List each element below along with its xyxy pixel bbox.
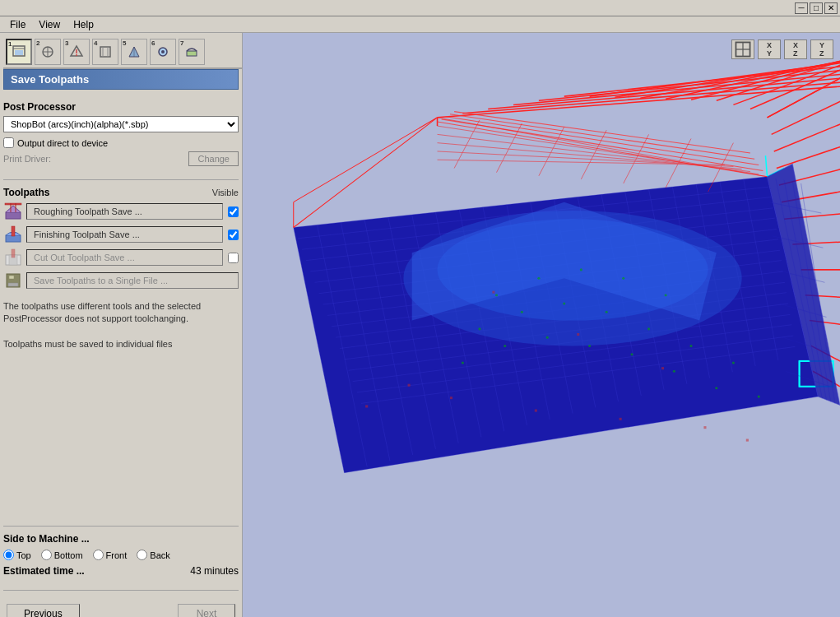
toolpath-row-roughing: Roughing Toolpath Save ... (3, 202, 239, 221)
radio-back-label: Back (150, 550, 169, 560)
toolpaths-label: Toolpaths (3, 187, 49, 198)
roughing-toolpath-button[interactable]: Roughing Toolpath Save ... (26, 203, 223, 220)
svg-rect-24 (9, 276, 14, 279)
divider-2 (3, 526, 239, 527)
left-panel: 1 2 3 4 5 (0, 33, 243, 617)
radio-top-label: Top (16, 550, 31, 560)
estimated-label: Estimated time ... (3, 565, 85, 577)
print-driver-row: Print Driver: Change (3, 151, 239, 166)
main-layout: 1 2 3 4 5 (0, 33, 840, 617)
svg-point-120 (563, 302, 565, 304)
cutout-toolpath-button[interactable]: Cut Out Toolpath Save ... (26, 249, 223, 266)
previous-button[interactable]: Previous (7, 604, 80, 617)
estimated-value: 43 minutes (190, 565, 239, 577)
radio-top[interactable]: Top (3, 550, 31, 560)
toolbar-tab-3[interactable]: 3 (63, 39, 90, 65)
side-to-machine-label: Side to Machine ... (3, 533, 239, 545)
menu-file[interactable]: File (3, 17, 32, 32)
output-direct-checkbox[interactable] (3, 137, 14, 148)
menu-help[interactable]: Help (67, 17, 100, 32)
close-button[interactable]: ✕ (824, 2, 838, 14)
svg-point-126 (504, 345, 506, 347)
svg-point-131 (715, 387, 717, 389)
divider-3 (3, 590, 239, 591)
svg-point-115 (580, 268, 582, 271)
view-btn-yz[interactable]: YZ (810, 39, 833, 59)
radio-front-label: Front (106, 550, 128, 560)
svg-point-125 (462, 361, 464, 364)
roughing-icon (3, 202, 23, 221)
panel-title: Save Toolpaths (3, 69, 239, 90)
svg-rect-139 (408, 384, 411, 387)
svg-point-8 (76, 54, 77, 56)
svg-rect-135 (661, 367, 664, 369)
svg-rect-21 (12, 249, 15, 257)
svg-rect-141 (746, 439, 749, 442)
svg-point-118 (478, 327, 480, 330)
svg-point-122 (647, 327, 650, 330)
change-button[interactable]: Change (188, 151, 239, 166)
svg-point-114 (537, 277, 540, 280)
finishing-visible-checkbox[interactable] (228, 230, 239, 240)
svg-point-119 (521, 311, 523, 313)
view-btn-xy[interactable]: XY (758, 39, 781, 59)
menu-bar: File View Help (0, 16, 840, 33)
post-processor-select[interactable]: ShopBot (arcs)(inch)(alpha)(*.sbp) (3, 116, 239, 132)
svg-rect-133 (492, 291, 494, 294)
title-bar: ─ □ ✕ (0, 0, 840, 16)
svg-rect-134 (577, 333, 579, 336)
save-single-row: Save Toolpaths to a Single File ... (3, 271, 239, 290)
toolbar-tab-6[interactable]: 6 (150, 39, 176, 65)
radio-front[interactable]: Front (93, 550, 128, 560)
save-single-button[interactable]: Save Toolpaths to a Single File ... (26, 272, 239, 289)
view-controls: XY XZ YZ (731, 39, 833, 59)
toolbar-tab-7[interactable]: 7 (179, 39, 205, 65)
side-radio-row: Top Bottom Front Back (3, 550, 239, 560)
svg-rect-16 (5, 203, 21, 205)
next-button[interactable]: Next (178, 604, 235, 617)
radio-bottom[interactable]: Bottom (41, 550, 83, 560)
svg-point-129 (630, 353, 633, 355)
svg-point-132 (758, 396, 760, 398)
maximize-button[interactable]: □ (810, 2, 823, 14)
cutout-icon (3, 248, 23, 267)
roughing-visible-checkbox[interactable] (228, 206, 239, 217)
minimize-button[interactable]: ─ (795, 2, 808, 14)
post-processor-row: ShopBot (arcs)(inch)(alpha)(*.sbp) (3, 116, 239, 132)
output-direct-row: Output direct to device (3, 137, 239, 148)
svg-rect-23 (8, 283, 18, 286)
radio-back[interactable]: Back (137, 550, 169, 560)
toolbar-tab-5[interactable]: 5 (121, 39, 147, 65)
svg-point-13 (161, 50, 165, 53)
toolbar-tab-1[interactable]: 1 (6, 39, 32, 65)
svg-point-128 (588, 345, 591, 347)
svg-point-124 (732, 361, 735, 364)
toolbar-tab-4[interactable]: 4 (92, 39, 118, 65)
svg-point-123 (689, 345, 692, 347)
radio-bottom-label: Bottom (54, 550, 83, 560)
toolpath-row-finishing: Finishing Toolpath Save ... (3, 225, 239, 244)
svg-rect-9 (100, 47, 110, 57)
svg-point-117 (665, 294, 667, 296)
viewport: XY XZ YZ (243, 33, 840, 617)
cutout-visible-checkbox[interactable] (228, 253, 239, 263)
toolpath-row-cutout: Cut Out Toolpath Save ... (3, 248, 239, 267)
svg-point-113 (495, 294, 498, 296)
radio-back-input[interactable] (137, 550, 147, 560)
post-processor-label: Post Processor (3, 101, 239, 113)
print-driver-label: Print Driver: (3, 154, 188, 164)
radio-front-input[interactable] (93, 550, 104, 560)
visible-label: Visible (212, 188, 239, 197)
toolbar-tab-2[interactable]: 2 (35, 39, 61, 65)
view-btn-xz[interactable]: XZ (784, 39, 807, 59)
finishing-toolpath-button[interactable]: Finishing Toolpath Save ... (26, 226, 223, 243)
radio-bottom-input[interactable] (41, 550, 52, 560)
view-btn-home[interactable] (731, 39, 754, 59)
menu-view[interactable]: View (32, 17, 67, 32)
nav-buttons: Previous Next (3, 597, 239, 617)
radio-top-input[interactable] (3, 550, 14, 560)
toolbar: 1 2 3 4 5 (3, 36, 243, 69)
svg-rect-140 (450, 397, 452, 399)
output-direct-label: Output direct to device (17, 138, 108, 148)
svg-point-121 (606, 311, 608, 313)
